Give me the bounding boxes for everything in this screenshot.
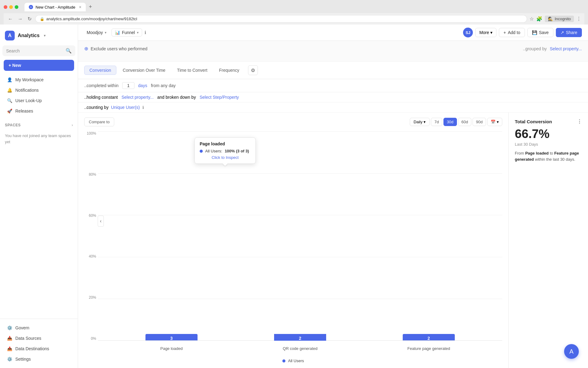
sidebar-item-label: Settings bbox=[15, 357, 31, 362]
tab-favicon: A bbox=[29, 5, 33, 9]
funnel-icon: 📊 bbox=[115, 30, 120, 35]
back-button[interactable]: ← bbox=[7, 16, 14, 22]
workspace-selector[interactable]: Moodjoy ▾ bbox=[84, 29, 109, 36]
sidebar-item-settings[interactable]: ⚙️ Settings bbox=[2, 354, 76, 364]
notifications-icon: 🔔 bbox=[7, 88, 12, 93]
bar-group-page-loaded[interactable]: 3 bbox=[116, 334, 227, 341]
sidebar-item-label: Releases bbox=[15, 109, 33, 113]
minimize-window-button[interactable] bbox=[9, 5, 13, 9]
browser-actions: ☆ 🧩 🕵️ Incognito ⋮ bbox=[530, 16, 581, 22]
panel-within-label: within the last 30 days. bbox=[535, 157, 575, 162]
url-bar[interactable]: 🔒 analytics.amplitude.com/moodjoy/chart/… bbox=[35, 15, 527, 23]
browser-menu-button[interactable]: ⋮ bbox=[576, 16, 581, 22]
browser-chrome: A New Chart - Amplitude × + ← → ↻ 🔒 anal… bbox=[0, 0, 588, 25]
chart-type-label: Funnel bbox=[122, 30, 135, 35]
reload-button[interactable]: ↻ bbox=[26, 15, 33, 22]
save-button[interactable]: 💾 Save bbox=[527, 28, 553, 37]
chart-type-selector[interactable]: 📊 Funnel ▾ bbox=[111, 29, 142, 36]
right-panel: Total Conversion ⋮ 66.7% Last 30 Days Fr… bbox=[508, 113, 588, 368]
sidebar-item-releases[interactable]: 🚀 Releases bbox=[2, 106, 76, 116]
bar-group-qr-code[interactable]: 2 bbox=[245, 334, 355, 341]
bar-wrapper-1: 3 bbox=[145, 334, 198, 341]
search-icon: 🔍 bbox=[66, 48, 72, 54]
bar-chart-container: 100% 80% 60% 40% 20% 0% bbox=[84, 131, 502, 356]
sidebar-item-govern[interactable]: ⚙️ Govern bbox=[2, 323, 76, 333]
tab-frequency[interactable]: Frequency bbox=[214, 66, 244, 75]
calendar-button[interactable]: 📅 ▾ bbox=[487, 118, 502, 126]
scroll-left-button[interactable]: ‹ bbox=[98, 216, 104, 227]
sidebar-item-user-lookup[interactable]: 🔍 User Look-Up bbox=[2, 95, 76, 106]
grid-line-20 bbox=[98, 299, 502, 299]
sidebar-item-data-destinations[interactable]: 📤 Data Destinations bbox=[2, 343, 76, 354]
holding-property-selector[interactable]: Select property... bbox=[122, 95, 154, 100]
tab-time-to-convert[interactable]: Time to Convert bbox=[172, 66, 213, 75]
bar-1: 3 bbox=[145, 334, 198, 341]
close-window-button[interactable] bbox=[4, 5, 7, 9]
time-30d-button[interactable]: 30d bbox=[443, 118, 457, 126]
sidebar-item-data-sources[interactable]: 📥 Data Sources bbox=[2, 333, 76, 343]
panel-menu-button[interactable]: ⋮ bbox=[577, 119, 582, 125]
info-icon[interactable]: ℹ bbox=[145, 30, 146, 35]
sidebar-item-label: Data Destinations bbox=[15, 346, 49, 351]
tab-conversion[interactable]: Conversion bbox=[84, 66, 116, 75]
and-broken-down-label: and broken down by bbox=[157, 95, 196, 100]
from-any-day-label: from any day bbox=[151, 83, 176, 88]
tab-conversion-over-time[interactable]: Conversion Over Time bbox=[118, 66, 171, 75]
step-property-selector[interactable]: Select Step/Property bbox=[200, 95, 239, 100]
govern-icon: ⚙️ bbox=[7, 325, 12, 330]
grouped-by-property-selector[interactable]: Select property... bbox=[550, 46, 582, 51]
search-bar[interactable]: Search 🔍 bbox=[2, 45, 75, 56]
spaces-section-header[interactable]: SPACES › bbox=[0, 121, 78, 129]
legend-dot-all-users bbox=[282, 359, 285, 362]
new-button[interactable]: + New bbox=[4, 60, 74, 71]
bar-group-feature-page[interactable]: 2 bbox=[374, 334, 484, 341]
sidebar-item-label: My Workspace bbox=[15, 77, 43, 82]
save-icon: 💾 bbox=[532, 30, 537, 35]
add-to-button[interactable]: + Add to bbox=[499, 28, 525, 37]
time-60d-button[interactable]: 60d bbox=[458, 118, 472, 126]
bar-3-value: 2 bbox=[428, 334, 430, 341]
tab-close-button[interactable]: × bbox=[79, 5, 81, 10]
sidebar-item-my-workspace[interactable]: 👤 My Workspace bbox=[2, 75, 76, 85]
y-label-0: 0% bbox=[91, 336, 96, 341]
share-button[interactable]: ↗ Share bbox=[556, 28, 582, 37]
tooltip-inspect-link[interactable]: Click to Inspect bbox=[200, 155, 251, 160]
new-tab-button[interactable]: + bbox=[86, 2, 95, 11]
sidebar-item-label: User Look-Up bbox=[15, 98, 42, 103]
grid-line-40 bbox=[98, 257, 502, 257]
x-label-3: Feature page generated bbox=[374, 346, 484, 351]
time-90d-button[interactable]: 90d bbox=[473, 118, 486, 126]
cal-chevron-icon: ▾ bbox=[497, 120, 499, 124]
share-icon: ↗ bbox=[560, 30, 564, 35]
browser-titlebar: A New Chart - Amplitude × + bbox=[4, 2, 584, 11]
extensions-button[interactable]: 🧩 bbox=[536, 16, 542, 22]
unique-users-link[interactable]: Unique User(s) bbox=[111, 105, 140, 110]
legend-label-all-users: All Users bbox=[288, 358, 304, 363]
tooltip-title: Page loaded bbox=[200, 141, 251, 146]
amplitude-chat-button[interactable]: A bbox=[564, 344, 579, 359]
days-input[interactable] bbox=[122, 82, 134, 89]
tab-settings-button[interactable]: ⚙ bbox=[248, 65, 258, 75]
active-tab[interactable]: A New Chart - Amplitude × bbox=[24, 3, 86, 11]
sidebar-item-notifications[interactable]: 🔔 Notifications bbox=[2, 85, 76, 95]
spaces-section-title: SPACES bbox=[5, 123, 21, 127]
workspace-name: Moodjoy bbox=[87, 30, 103, 35]
time-7d-button[interactable]: 7d bbox=[431, 118, 442, 126]
chart-main: Compare to Daily ▾ 7d 30d 60d 90d 📅 ▾ bbox=[78, 113, 508, 368]
releases-icon: 🚀 bbox=[7, 109, 12, 113]
bookmark-button[interactable]: ☆ bbox=[530, 16, 534, 22]
holding-constant-row: ..holding constant Select property... an… bbox=[78, 92, 588, 102]
traffic-lights bbox=[4, 5, 18, 9]
x-label-1: Page loaded bbox=[116, 346, 227, 351]
exclude-add-icon[interactable]: ⊕ bbox=[84, 46, 88, 52]
compare-to-button[interactable]: Compare to bbox=[84, 117, 114, 126]
tooltip-users-row: All Users: 100% (3 of 3) bbox=[200, 149, 251, 153]
daily-selector[interactable]: Daily ▾ bbox=[410, 118, 430, 126]
incognito-icon: 🕵️ bbox=[548, 17, 553, 21]
exclude-label: Exclude users who performed bbox=[91, 46, 147, 51]
days-label: days bbox=[138, 83, 147, 88]
forward-button[interactable]: → bbox=[17, 16, 24, 22]
more-button[interactable]: More ▾ bbox=[475, 28, 496, 37]
bar-tooltip: Page loaded All Users: 100% (3 of 3) Cli… bbox=[194, 137, 256, 164]
maximize-window-button[interactable] bbox=[15, 5, 18, 9]
